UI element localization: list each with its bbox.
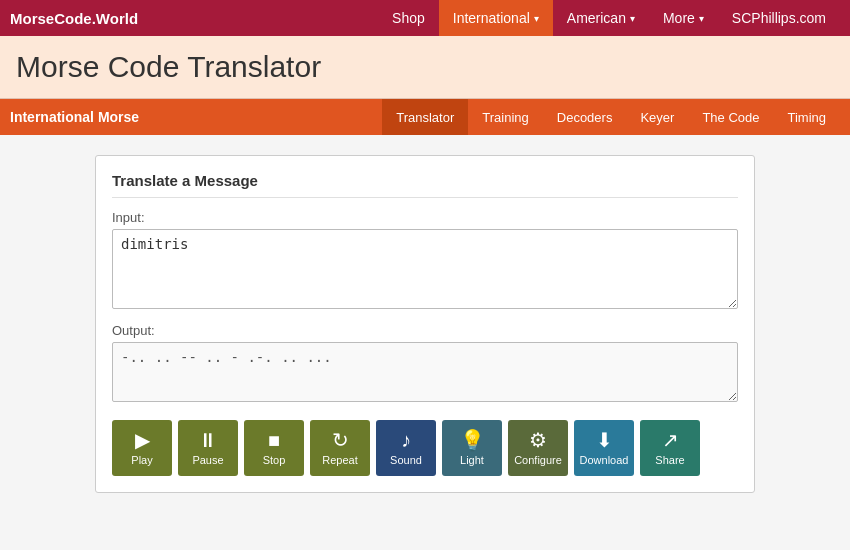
- action-buttons-row: ▶ Play ⏸ Pause ■ Stop ↻ Repeat ♪ Sound 💡: [112, 420, 738, 476]
- translate-box-title: Translate a Message: [112, 172, 738, 198]
- input-label: Input:: [112, 210, 738, 225]
- download-button[interactable]: ⬇ Download: [574, 420, 634, 476]
- light-button[interactable]: 💡 Light: [442, 420, 502, 476]
- secondary-navigation: International Morse Translator Training …: [0, 99, 850, 135]
- sec-nav-training[interactable]: Training: [468, 99, 542, 135]
- stop-icon: ■: [268, 430, 280, 450]
- share-icon: ↗: [662, 430, 679, 450]
- repeat-icon: ↻: [332, 430, 349, 450]
- nav-item-scphillips[interactable]: SCPhillips.com: [718, 0, 840, 36]
- secondary-nav-items: Translator Training Decoders Keyer The C…: [382, 99, 840, 135]
- stop-button[interactable]: ■ Stop: [244, 420, 304, 476]
- nav-item-american[interactable]: American ▾: [553, 0, 649, 36]
- chevron-down-icon: ▾: [699, 13, 704, 24]
- configure-button[interactable]: ⚙ Configure: [508, 420, 568, 476]
- output-label: Output:: [112, 323, 738, 338]
- sec-nav-timing[interactable]: Timing: [773, 99, 840, 135]
- input-textarea[interactable]: dimitris: [112, 229, 738, 309]
- pause-button[interactable]: ⏸ Pause: [178, 420, 238, 476]
- nav-item-shop[interactable]: Shop: [378, 0, 439, 36]
- brand-logo[interactable]: MorseCode.World: [10, 10, 138, 27]
- output-textarea[interactable]: -.. .. -- .. - .-. .. ...: [112, 342, 738, 402]
- page-title: Morse Code Translator: [16, 50, 834, 84]
- chevron-down-icon: ▾: [630, 13, 635, 24]
- section-label: International Morse: [10, 109, 139, 125]
- nav-item-international[interactable]: International ▾: [439, 0, 553, 36]
- sound-icon: ♪: [401, 430, 411, 450]
- sound-button[interactable]: ♪ Sound: [376, 420, 436, 476]
- play-button[interactable]: ▶ Play: [112, 420, 172, 476]
- configure-icon: ⚙: [529, 430, 547, 450]
- sec-nav-decoders[interactable]: Decoders: [543, 99, 627, 135]
- share-button[interactable]: ↗ Share: [640, 420, 700, 476]
- sec-nav-the-code[interactable]: The Code: [688, 99, 773, 135]
- page-title-area: Morse Code Translator: [0, 36, 850, 99]
- sec-nav-keyer[interactable]: Keyer: [626, 99, 688, 135]
- nav-item-more[interactable]: More ▾: [649, 0, 718, 36]
- download-icon: ⬇: [596, 430, 613, 450]
- main-content: Translate a Message Input: dimitris Outp…: [0, 135, 850, 513]
- chevron-down-icon: ▾: [534, 13, 539, 24]
- play-icon: ▶: [135, 430, 150, 450]
- light-icon: 💡: [460, 430, 485, 450]
- pause-icon: ⏸: [198, 430, 218, 450]
- repeat-button[interactable]: ↻ Repeat: [310, 420, 370, 476]
- translate-box: Translate a Message Input: dimitris Outp…: [95, 155, 755, 493]
- top-navigation: MorseCode.World Shop International ▾ Ame…: [0, 0, 850, 36]
- sec-nav-translator[interactable]: Translator: [382, 99, 468, 135]
- top-nav-items: Shop International ▾ American ▾ More ▾ S…: [378, 0, 840, 36]
